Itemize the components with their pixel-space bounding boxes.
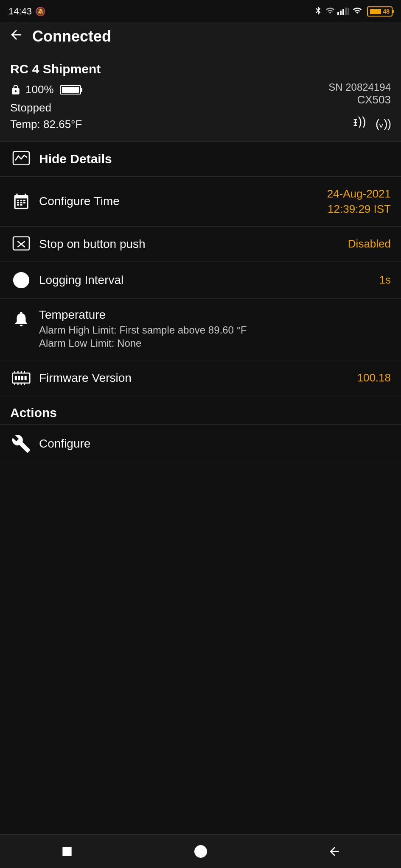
actions-header: Actions: [0, 396, 401, 425]
device-sn: SN 20824194: [328, 81, 391, 93]
firmware-version-value: 100.18: [357, 371, 391, 384]
temperature-alarm-item[interactable]: Temperature Alarm High Limit: First samp…: [0, 299, 401, 360]
logging-interval-label: Logging Interval: [39, 273, 123, 287]
signal-icon-1: [325, 6, 335, 17]
back-button[interactable]: [8, 27, 24, 46]
svg-rect-20: [15, 376, 17, 380]
firmware-icon: [10, 370, 32, 387]
device-card: RC 4 Shipment 100% Stopped Temp: 82.65°F…: [0, 53, 401, 142]
clock-icon: [10, 271, 32, 289]
stop-on-button-push-item[interactable]: Stop on button push Disabled: [0, 227, 401, 262]
svg-rect-9: [23, 200, 25, 201]
nav-back-button[interactable]: [322, 839, 347, 864]
device-temp: Temp: 82.65°F: [10, 118, 328, 131]
lock-icon: [10, 84, 21, 95]
logging-interval-item[interactable]: Logging Interval 1s: [0, 262, 401, 299]
svg-rect-23: [25, 376, 27, 380]
alarm-bell-icon: [10, 308, 32, 329]
alarm-content: Temperature Alarm High Limit: First samp…: [39, 308, 391, 351]
wireless-icon: ᵻ)) (ᵥ)): [353, 112, 391, 131]
alarm-low-limit: Alarm Low Limit: None: [39, 337, 391, 349]
device-model: CX503: [357, 93, 391, 106]
signal-strength: [337, 7, 349, 16]
svg-rect-1: [340, 11, 342, 15]
svg-rect-14: [20, 204, 22, 206]
configure-time-item[interactable]: Configure Time 24-Aug-2021 12:39:29 IST: [0, 177, 401, 227]
stop-on-button-push-label: Stop on button push: [39, 237, 146, 251]
actions-section: Actions Configure: [0, 396, 401, 463]
calendar-icon: [10, 193, 32, 210]
hide-details-item[interactable]: Hide Details: [0, 142, 401, 177]
status-left: 14:43 🔕: [8, 6, 46, 17]
device-right-info: SN 20824194 CX503 ᵻ)) (ᵥ)): [328, 62, 391, 131]
battery-percent: 100%: [25, 83, 54, 96]
configure-time-label: Configure Time: [39, 195, 120, 208]
page-title: Connected: [32, 28, 111, 45]
button-push-icon: [10, 236, 32, 252]
svg-rect-3: [345, 8, 347, 15]
details-section: Hide Details Configure Time 24-Aug-2021 …: [0, 142, 401, 396]
device-status: Stopped: [10, 101, 328, 114]
svg-point-33: [195, 846, 206, 857]
firmware-version-label: Firmware Version: [39, 371, 132, 385]
device-name: RC 4 Shipment: [10, 62, 101, 76]
status-right: 48: [314, 6, 393, 17]
svg-rect-4: [348, 8, 349, 15]
svg-rect-12: [23, 202, 25, 203]
svg-rect-15: [13, 237, 29, 250]
chart-icon: [10, 151, 32, 167]
svg-rect-21: [18, 376, 20, 380]
svg-rect-0: [337, 12, 339, 15]
nav-bar: [0, 834, 401, 868]
configure-label: Configure: [39, 437, 90, 451]
battery-row: 100%: [10, 83, 328, 96]
nav-home-button[interactable]: [188, 839, 213, 864]
device-left-info: RC 4 Shipment 100% Stopped Temp: 82.65°F: [10, 62, 328, 131]
hide-details-label: Hide Details: [39, 152, 112, 166]
svg-rect-2: [342, 9, 344, 15]
status-bar: 14:43 🔕: [0, 0, 401, 22]
svg-rect-11: [20, 202, 22, 203]
svg-rect-8: [20, 200, 22, 201]
mute-icon: 🔕: [35, 6, 46, 17]
configure-time-date: 24-Aug-2021: [327, 186, 391, 201]
logging-interval-value: 1s: [379, 273, 391, 287]
svg-rect-13: [17, 204, 19, 206]
app-bar: Connected: [0, 22, 401, 53]
nav-stop-button[interactable]: [54, 839, 80, 864]
time-display: 14:43: [8, 6, 32, 17]
svg-text:ᵻ)): ᵻ)): [353, 115, 366, 128]
configure-icon: [10, 434, 32, 453]
firmware-version-item[interactable]: Firmware Version 100.18: [0, 360, 401, 396]
battery-full-icon: [60, 85, 81, 95]
bluetooth-icon: [314, 6, 323, 17]
svg-rect-22: [21, 376, 23, 380]
svg-rect-10: [17, 202, 19, 203]
alarm-title: Temperature: [39, 308, 391, 322]
wifi-icon: [352, 6, 363, 17]
svg-rect-32: [62, 847, 71, 856]
configure-time-value: 24-Aug-2021 12:39:29 IST: [327, 186, 391, 217]
configure-item[interactable]: Configure: [0, 425, 401, 463]
svg-rect-7: [17, 200, 19, 201]
configure-time-time: 12:39:29 IST: [327, 201, 391, 217]
alarm-high-limit: Alarm High Limit: First sample above 89.…: [39, 324, 391, 336]
stop-on-button-push-value: Disabled: [348, 237, 391, 250]
battery-indicator: 48: [367, 6, 393, 17]
